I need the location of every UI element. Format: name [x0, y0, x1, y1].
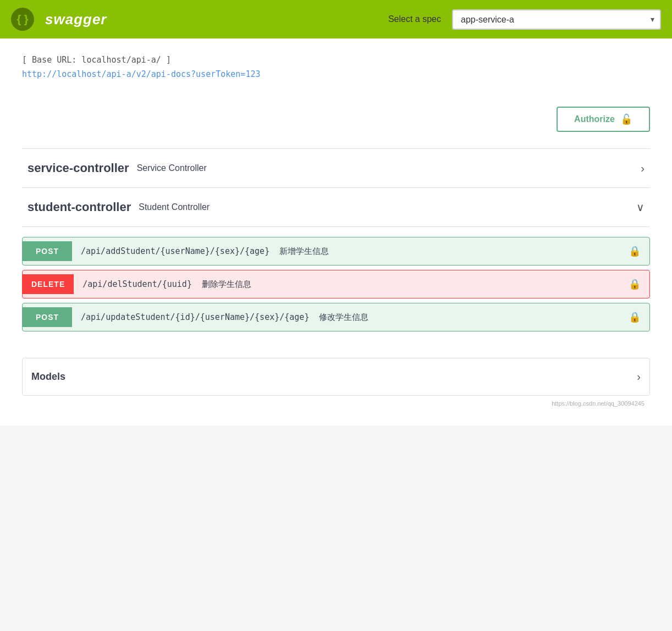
method-badge-post-2: POST [23, 307, 72, 327]
authorize-area: Authorize 🔓 [22, 96, 650, 148]
service-controller-name: service-controller [27, 161, 129, 175]
student-controller-endpoints: POST /api/addStudent/{userName}/{sex}/{a… [22, 227, 650, 341]
main-content: [ Base URL: localhost/api-a/ ] http://lo… [0, 38, 672, 425]
method-badge-post-1: POST [23, 241, 72, 261]
lock-icon-2: 🔒 [620, 270, 649, 298]
endpoint-path-2: /api/delStudent/{uuid} 删除学生信息 [74, 272, 620, 297]
authorize-label: Authorize [574, 114, 615, 124]
spec-selector-wrapper[interactable]: app-service-a ▾ [452, 9, 661, 30]
student-controller-desc: Student Controller [139, 202, 210, 212]
logo-text: swagger [45, 11, 107, 28]
footer-note: https://blog.csdn.net/qq_30094245 [22, 396, 650, 409]
base-url-text: [ Base URL: localhost/api-a/ ] [22, 55, 650, 65]
method-badge-delete: DELETE [23, 274, 74, 294]
logo-icon: { } [11, 8, 34, 31]
models-chevron-icon: › [637, 370, 641, 383]
models-section[interactable]: Models › [22, 358, 650, 396]
student-controller-name: student-controller [27, 200, 131, 214]
student-controller-row[interactable]: student-controller Student Controller ∨ [22, 188, 650, 227]
select-spec-label: Select a spec [388, 14, 441, 24]
endpoint-update-student[interactable]: POST /api/updateStudent/{id}/{userName}/… [22, 303, 650, 331]
spec-select[interactable]: app-service-a [452, 9, 661, 30]
endpoint-path-3: /api/updateStudent/{id}/{userName}/{sex}… [72, 305, 620, 330]
chevron-down-icon: ∨ [636, 201, 645, 214]
lock-open-icon: 🔓 [620, 113, 632, 125]
lock-icon-1: 🔒 [620, 237, 649, 265]
api-docs-link[interactable]: http://localhost/api-a/v2/api-docs?userT… [22, 69, 260, 79]
authorize-button[interactable]: Authorize 🔓 [557, 107, 650, 132]
models-title: Models [31, 371, 65, 383]
models-row[interactable]: Models › [23, 358, 649, 395]
chevron-right-icon: › [641, 162, 645, 175]
app-header: { } swagger Select a spec app-service-a … [0, 0, 672, 38]
lock-icon-3: 🔒 [620, 303, 649, 331]
service-controller-desc: Service Controller [137, 163, 207, 173]
endpoint-path-1: /api/addStudent/{userName}/{sex}/{age} 新… [72, 239, 620, 264]
controllers-section: service-controller Service Controller › … [22, 149, 650, 341]
service-controller-row[interactable]: service-controller Service Controller › [22, 149, 650, 188]
endpoint-del-student[interactable]: DELETE /api/delStudent/{uuid} 删除学生信息 🔒 [22, 270, 650, 298]
api-info-block: [ Base URL: localhost/api-a/ ] http://lo… [22, 55, 650, 79]
endpoint-add-student[interactable]: POST /api/addStudent/{userName}/{sex}/{a… [22, 237, 650, 265]
